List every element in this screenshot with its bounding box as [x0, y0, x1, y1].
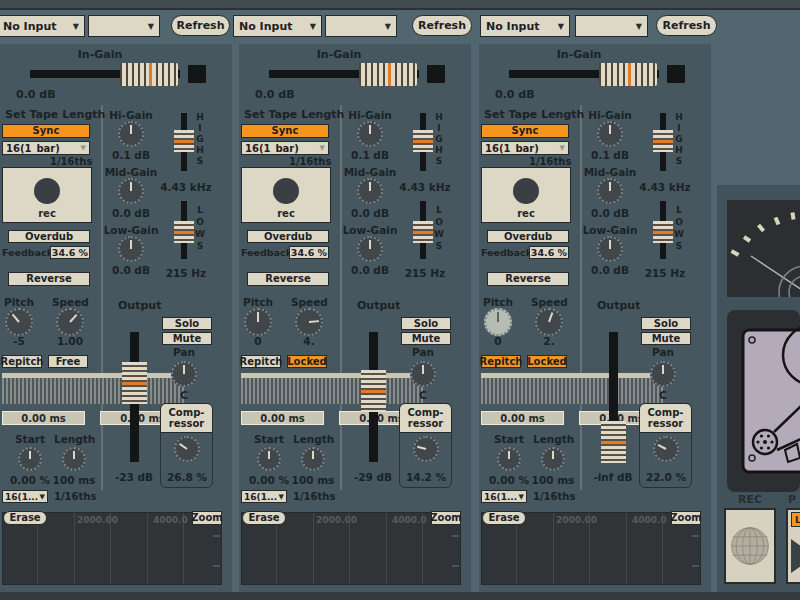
output-fader-handle[interactable] [361, 370, 386, 412]
start-knob[interactable] [18, 447, 42, 471]
grain-display[interactable] [481, 373, 665, 404]
speed-knob[interactable] [56, 308, 84, 336]
zoom-button[interactable]: Zoom [671, 511, 701, 525]
compressor-button[interactable]: Comp- ressor [639, 403, 692, 433]
mid-gain-knob[interactable] [597, 178, 623, 204]
pan-knob[interactable] [650, 361, 676, 387]
input-select[interactable]: No Input ▼ [480, 15, 570, 37]
input-select[interactable]: No Input ▼ [0, 15, 85, 37]
low-gain-knob[interactable] [118, 236, 144, 262]
mid-gain-knob[interactable] [357, 178, 383, 204]
repitch-button[interactable]: Repitch [481, 355, 521, 368]
delay-ms-box-1[interactable]: 0.00 ms [481, 411, 564, 425]
global-rec-button[interactable] [724, 508, 776, 584]
solo-button[interactable]: Solo [641, 317, 691, 330]
pitch-knob[interactable] [5, 308, 33, 336]
lows-slider-handle[interactable] [653, 221, 673, 243]
refresh-button[interactable]: Refresh [656, 15, 717, 36]
in-gain-slider-handle[interactable] [599, 63, 657, 86]
low-gain-knob[interactable] [597, 236, 623, 262]
length-knob[interactable] [541, 447, 565, 471]
feedback-number-box[interactable]: 34.6 % [50, 246, 90, 259]
sync-button[interactable]: Sync [241, 124, 329, 138]
channel-select[interactable]: ▼ [575, 15, 648, 37]
erase-button[interactable]: Erase [482, 511, 526, 525]
repitch-button[interactable]: Repitch [241, 355, 281, 368]
overdub-button[interactable]: Overdub [8, 230, 90, 243]
delay-ms-box-1[interactable]: 0.00 ms [241, 411, 324, 425]
reverse-button[interactable]: Reverse [487, 272, 569, 286]
speed-knob[interactable] [535, 308, 563, 336]
length-quantize-select[interactable]: 16(1... ▼ [2, 490, 48, 503]
lows-slider-handle[interactable] [174, 221, 194, 243]
length-knob[interactable] [62, 447, 86, 471]
highs-slider-handle[interactable] [413, 130, 433, 152]
output-fader-handle[interactable] [122, 362, 147, 404]
compressor-knob[interactable] [653, 436, 679, 462]
mute-button[interactable]: Mute [641, 332, 691, 345]
peak-indicator[interactable] [427, 65, 445, 83]
speed-knob[interactable] [295, 308, 323, 336]
low-gain-knob[interactable] [357, 236, 383, 262]
pitch-knob[interactable] [484, 308, 512, 336]
length-knob[interactable] [301, 447, 325, 471]
zoom-button[interactable]: Zoom [431, 511, 461, 525]
tape-length-select[interactable]: 16(1_bar) ▼ [241, 141, 329, 155]
start-knob[interactable] [257, 447, 281, 471]
rec-button[interactable]: rec [481, 167, 571, 223]
peak-indicator[interactable] [188, 65, 206, 83]
hi-gain-knob[interactable] [357, 121, 383, 147]
tape-length-select[interactable]: 16(1_bar) ▼ [481, 141, 569, 155]
refresh-button[interactable]: Refresh [171, 15, 230, 36]
mid-gain-knob[interactable] [118, 178, 144, 204]
peak-indicator[interactable] [667, 65, 685, 83]
compressor-knob[interactable] [413, 436, 439, 462]
sync-button[interactable]: Sync [2, 124, 90, 138]
reverse-button[interactable]: Reverse [247, 272, 329, 286]
pan-knob[interactable] [410, 361, 436, 387]
grain-display[interactable] [2, 373, 186, 404]
mute-button[interactable]: Mute [401, 332, 451, 345]
sync-button[interactable]: Sync [481, 124, 569, 138]
channel-select[interactable]: ▼ [88, 15, 160, 37]
erase-button[interactable]: Erase [242, 511, 286, 525]
overdub-button[interactable]: Overdub [247, 230, 329, 243]
compressor-button[interactable]: Comp- ressor [399, 403, 452, 433]
refresh-button[interactable]: Refresh [412, 15, 472, 36]
speed-mode-button[interactable]: Locked [287, 355, 327, 368]
repitch-button[interactable]: Repitch [2, 355, 42, 368]
pitch-knob[interactable] [244, 308, 272, 336]
feedback-number-box[interactable]: 34.6 % [529, 246, 569, 259]
rec-button[interactable]: rec [241, 167, 331, 223]
feedback-number-box[interactable]: 34.6 % [289, 246, 329, 259]
tape-length-select[interactable]: 16(1_bar) ▼ [2, 141, 90, 155]
highs-slider-handle[interactable] [174, 130, 194, 152]
compressor-button[interactable]: Comp- ressor [160, 403, 213, 433]
in-gain-slider-handle[interactable] [120, 63, 178, 86]
loop-toggle[interactable]: L [791, 512, 800, 527]
mute-button[interactable]: Mute [162, 332, 212, 345]
erase-button[interactable]: Erase [3, 511, 47, 525]
length-quantize-select[interactable]: 16(1... ▼ [241, 490, 287, 503]
solo-button[interactable]: Solo [162, 317, 212, 330]
delay-ms-box-1[interactable]: 0.00 ms [2, 411, 85, 425]
solo-button[interactable]: Solo [401, 317, 451, 330]
hi-gain-knob[interactable] [597, 121, 623, 147]
channel-select[interactable]: ▼ [325, 15, 397, 37]
hi-gain-knob[interactable] [118, 121, 144, 147]
overdub-button[interactable]: Overdub [487, 230, 569, 243]
compressor-knob[interactable] [174, 436, 200, 462]
speed-mode-button[interactable]: Locked [527, 355, 567, 368]
highs-slider-handle[interactable] [653, 130, 673, 152]
output-fader-handle[interactable] [601, 421, 626, 463]
speed-mode-button[interactable]: Free [48, 355, 88, 368]
lows-slider-handle[interactable] [413, 221, 433, 243]
in-gain-slider-handle[interactable] [359, 63, 417, 86]
reverse-button[interactable]: Reverse [8, 272, 90, 286]
rec-button[interactable]: rec [2, 167, 92, 223]
length-quantize-select[interactable]: 16(1... ▼ [481, 490, 527, 503]
zoom-button[interactable]: Zoom [192, 511, 222, 525]
grain-display[interactable] [241, 373, 425, 404]
start-knob[interactable] [497, 447, 521, 471]
pan-knob[interactable] [171, 361, 197, 387]
